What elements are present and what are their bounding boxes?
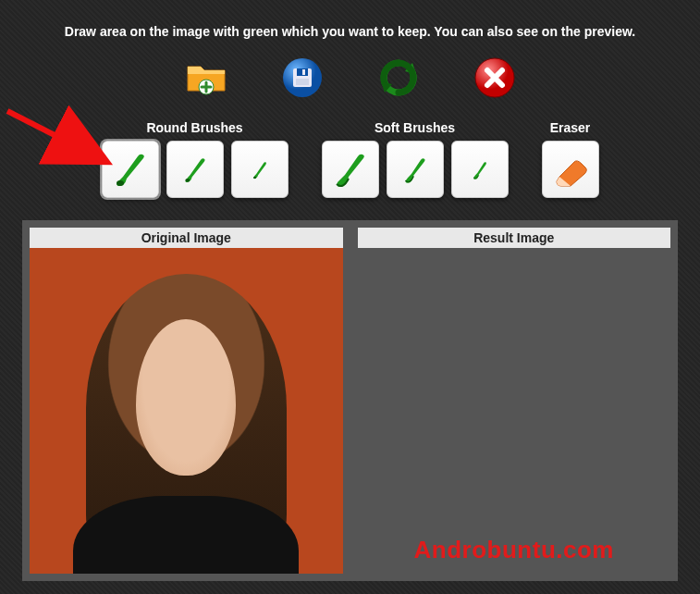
soft-brushes-group: Soft Brushes (322, 120, 509, 198)
brush-groups: Round Brushes Soft Brushes (0, 120, 700, 198)
soft-brushes-label: Soft Brushes (375, 120, 455, 135)
result-image-canvas[interactable]: Androbuntu.com (358, 248, 671, 574)
image-panels: Original Image Result Image Androbuntu.c… (22, 220, 678, 581)
original-image-canvas[interactable] (30, 248, 343, 574)
soft-brush-medium-button[interactable] (387, 141, 444, 198)
watermark-text: Androbuntu.com (358, 536, 671, 564)
eraser-label: Eraser (550, 120, 591, 135)
round-brush-medium-button[interactable] (166, 141, 224, 198)
svg-rect-4 (302, 69, 305, 75)
portrait-placeholder (30, 248, 343, 574)
round-brushes-group: Round Brushes (102, 120, 289, 198)
eraser-button[interactable] (542, 141, 599, 198)
svg-point-9 (253, 177, 256, 179)
round-brushes-label: Round Brushes (146, 120, 242, 135)
refresh-button[interactable] (376, 56, 421, 100)
original-image-label: Original Image (30, 228, 343, 248)
result-image-panel: Result Image Androbuntu.com (358, 228, 671, 574)
original-image-panel: Original Image (30, 228, 343, 574)
open-folder-button[interactable] (184, 56, 228, 100)
instruction-text: Draw area on the image with green which … (0, 0, 700, 48)
close-button[interactable] (473, 56, 517, 100)
svg-point-7 (117, 180, 124, 186)
soft-brush-large-button[interactable] (322, 141, 379, 198)
soft-brush-small-button[interactable] (451, 141, 509, 198)
eraser-group: Eraser (542, 120, 599, 198)
svg-point-8 (185, 179, 190, 182)
round-brush-large-button[interactable] (102, 141, 159, 198)
round-brush-small-button[interactable] (231, 141, 289, 198)
svg-rect-5 (296, 79, 309, 85)
save-button[interactable] (280, 56, 325, 100)
result-image-label: Result Image (358, 228, 671, 248)
main-toolbar (0, 56, 700, 100)
